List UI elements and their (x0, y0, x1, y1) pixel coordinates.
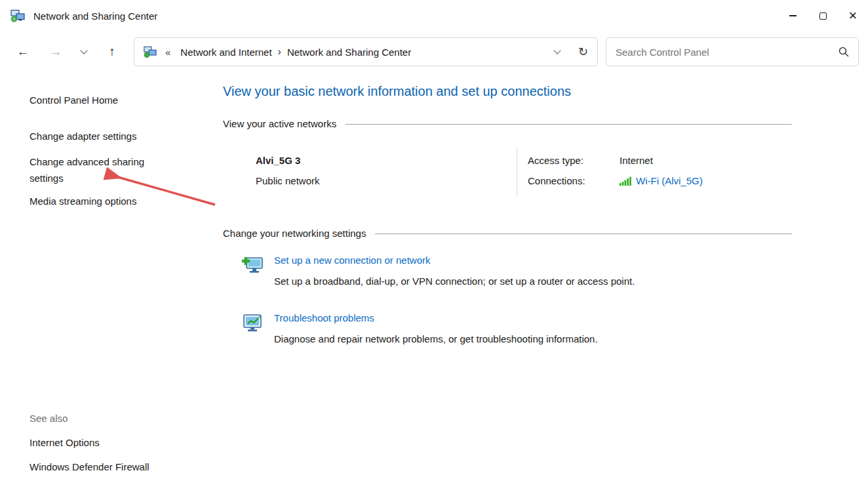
breadcrumb-item-network-and-sharing-center[interactable]: Network and Sharing Center (284, 47, 414, 58)
see-also-section: See also Internet Options Windows Defend… (30, 411, 149, 474)
window-title: Network and Sharing Center (33, 10, 157, 22)
network-details: Access type: Internet Connections: Wi-Fi… (517, 148, 792, 197)
section-networking-settings-header: Change your networking settings (223, 227, 792, 240)
sidebar-item-internet-options[interactable]: Internet Options (30, 436, 149, 450)
task-text: Set up a new connection or network Set u… (274, 253, 635, 289)
search-icon[interactable] (838, 47, 849, 57)
minimize-button[interactable] (778, 0, 808, 31)
maximize-button[interactable] (808, 0, 838, 31)
access-type-label: Access type: (528, 154, 620, 168)
active-network-row: Alvi_5G 3 Public network Access type: In… (223, 148, 792, 197)
minimize-icon (789, 15, 797, 16)
main-content: View your basic network information and … (223, 72, 792, 346)
page-title: View your basic network information and … (223, 83, 792, 100)
window-controls: × (778, 0, 868, 31)
section-divider (345, 124, 792, 125)
network-location-icon (144, 45, 157, 58)
recent-pages-button[interactable] (77, 41, 90, 63)
sidebar-item-change-adapter-settings[interactable]: Change adapter settings (30, 129, 182, 144)
connections-label: Connections: (528, 174, 620, 188)
troubleshoot-icon (241, 312, 265, 335)
network-name: Alvi_5G 3 (256, 154, 517, 168)
access-type-value: Internet (620, 154, 653, 168)
title-bar: Network and Sharing Center × (0, 0, 868, 31)
section-networking-settings-title: Change your networking settings (223, 227, 366, 240)
sidebar: Control Panel Home Change adapter settin… (30, 93, 182, 209)
sidebar-item-change-advanced-sharing-settings[interactable]: Change advanced sharing settings (30, 154, 168, 186)
breadcrumb-separator-icon: › (278, 46, 281, 58)
section-active-networks-header: View your active networks (223, 117, 792, 131)
close-icon: × (849, 9, 858, 23)
setup-connection-description: Set up a broadband, dial-up, or VPN conn… (274, 274, 635, 289)
task-troubleshoot: Troubleshoot problems Diagnose and repai… (223, 311, 792, 346)
sidebar-item-media-streaming-options[interactable]: Media streaming options (30, 194, 182, 209)
forward-button[interactable]: → (45, 41, 67, 63)
section-divider (375, 234, 792, 234)
wifi-signal-icon (620, 176, 631, 186)
section-active-networks-title: View your active networks (223, 117, 336, 131)
network-app-icon (10, 9, 25, 23)
refresh-button[interactable]: ↻ (578, 45, 588, 59)
task-setup-connection: Set up a new connection or network Set u… (223, 253, 792, 289)
address-bar[interactable]: « Network and Internet › Network and Sha… (134, 37, 598, 66)
troubleshoot-problems-link[interactable]: Troubleshoot problems (274, 311, 374, 325)
chevron-down-icon (80, 47, 87, 54)
access-type-row: Access type: Internet (528, 154, 792, 168)
troubleshoot-description: Diagnose and repair network problems, or… (274, 332, 598, 346)
network-identity: Alvi_5G 3 Public network (223, 148, 517, 197)
network-type: Public network (256, 174, 517, 188)
up-button[interactable]: ↑ (101, 41, 123, 63)
navigation-bar: ← → ↑ « Network and Internet › Network a… (0, 31, 868, 72)
search-box[interactable] (606, 37, 859, 66)
sidebar-item-windows-defender-firewall[interactable]: Windows Defender Firewall (30, 460, 149, 474)
close-button[interactable]: × (838, 0, 868, 31)
wifi-connection-link[interactable]: Wi-Fi (Alvi_5G) (636, 174, 703, 188)
connections-row: Connections: Wi-Fi (Alvi_5G) (528, 174, 792, 188)
back-button[interactable]: ← (12, 41, 34, 63)
back-icon: ← (17, 45, 30, 59)
breadcrumb-item-network-and-internet[interactable]: Network and Internet (177, 47, 275, 58)
new-connection-icon (241, 255, 265, 277)
setup-connection-link[interactable]: Set up a new connection or network (274, 253, 430, 268)
forward-icon: → (50, 45, 62, 59)
see-also-header: See also (30, 411, 149, 426)
address-dropdown-icon[interactable] (553, 47, 561, 54)
sidebar-item-control-panel-home[interactable]: Control Panel Home (30, 93, 182, 108)
breadcrumb-collapsed-toggle[interactable]: « (165, 47, 170, 58)
task-text: Troubleshoot problems Diagnose and repai… (274, 311, 598, 346)
maximize-icon (819, 12, 827, 20)
search-input[interactable] (616, 47, 833, 58)
up-icon: ↑ (109, 45, 115, 59)
